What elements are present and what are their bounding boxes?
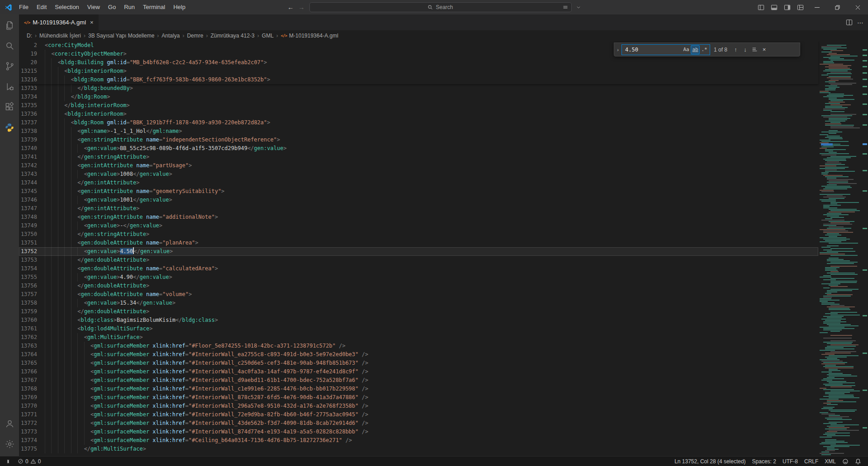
code-row[interactable]: 13761<bldg:lod4MultiSurface>	[19, 325, 818, 333]
code-row[interactable]: 13759</gen:doubleAttribute>	[19, 307, 818, 316]
breadcrumb-file[interactable]: </>M-101919364-A.gml	[280, 33, 339, 39]
activity-run-debug-button[interactable]	[0, 76, 19, 97]
code-row[interactable]: 13755<gen:value>4.90</gen:value>	[19, 273, 818, 282]
code-row[interactable]: 13740<gen:value>BB_55c25c98-089b-4f6d-a1…	[19, 144, 818, 153]
menu-view[interactable]: View	[83, 0, 104, 14]
code-row[interactable]: 13767<gml:surfaceMember xlink:href="#Int…	[19, 376, 818, 385]
code-row[interactable]: 13751<gen:doubleAttribute name="planArea…	[19, 239, 818, 247]
breadcrumb-item[interactable]: Antalya	[161, 33, 180, 39]
more-actions-button[interactable]: ⋯	[857, 19, 863, 26]
code-row[interactable]: 13766<gml:surfaceMember xlink:href="#Int…	[19, 367, 818, 376]
chevron-down-icon[interactable]	[576, 5, 581, 9]
code-row[interactable]: 13735</bldg:interiorRoom>	[19, 101, 818, 110]
code-row[interactable]: 13744</gen:intAttribute>	[19, 179, 818, 187]
code-row[interactable]: 13215<bldg:interiorRoom>	[19, 67, 818, 75]
code-row[interactable]: 13775</gml:MultiSurface>	[19, 445, 818, 453]
notifications-bell-button[interactable]	[852, 457, 864, 466]
code-row[interactable]: 13750</gen:stringAttribute>	[19, 230, 818, 239]
code-row[interactable]: 13758<gen:value>15.34</gen:value>	[19, 299, 818, 307]
code-row[interactable]: 13736<bldg:interiorRoom>	[19, 110, 818, 118]
breadcrumb-item[interactable]: Zümrütkaya 412-3	[209, 33, 255, 39]
language-mode[interactable]: XML	[821, 457, 839, 466]
code-row[interactable]: 13743<gen:value>1008</gen:value>	[19, 170, 818, 179]
code-row[interactable]: 13737<bldg:Room gml:id="BBK_1291b7ff-187…	[19, 118, 818, 127]
encoding-setting[interactable]: UTF-8	[779, 457, 801, 466]
customize-layout-button[interactable]	[794, 0, 807, 14]
toggle-primary-sidebar-button[interactable]	[754, 0, 768, 14]
navigate-back-button[interactable]: ←	[288, 4, 294, 11]
toggle-secondary-sidebar-button[interactable]	[781, 0, 794, 14]
code-row[interactable]: 13753</gen:doubleAttribute>	[19, 256, 818, 264]
activity-search-button[interactable]	[0, 36, 19, 56]
code-row[interactable]: 13745<gen:intAttribute name="geometrySui…	[19, 187, 818, 196]
breadcrumb-item[interactable]: Demre	[186, 33, 204, 39]
menu-selection[interactable]: Selection	[51, 0, 83, 14]
code-row[interactable]: 13746<gen:value>1001</gen:value>	[19, 196, 818, 204]
toggle-replace-chevron-icon[interactable]: ›	[614, 43, 621, 56]
code-row[interactable]: 13773<gml:surfaceMember xlink:href="#Int…	[19, 428, 818, 436]
code-row[interactable]: 13765<gml:surfaceMember xlink:href="#Int…	[19, 359, 818, 367]
minimap[interactable]	[818, 41, 862, 456]
code-row[interactable]: 13752<gen:value>4.50</gen:value>	[19, 247, 818, 256]
indentation-setting[interactable]: Spaces: 2	[749, 457, 779, 466]
close-window-button[interactable]	[848, 0, 868, 14]
breadcrumb-item[interactable]: Mühendislik İşleri	[38, 33, 82, 39]
activity-python-extension-button[interactable]	[0, 117, 19, 137]
overview-ruler[interactable]	[862, 41, 868, 456]
code-row[interactable]: 13756</gen:doubleAttribute>	[19, 282, 818, 290]
code-row[interactable]: 13747</gen:intAttribute>	[19, 204, 818, 213]
accounts-button[interactable]	[0, 414, 19, 434]
code-row[interactable]: 13749<gen:value>-</gen:value>	[19, 221, 818, 230]
problems-indicator[interactable]: 0 0	[14, 457, 44, 466]
menu-terminal[interactable]: Terminal	[139, 0, 169, 14]
find-previous-button[interactable]: ↑	[731, 45, 740, 55]
code-row[interactable]: 13768<gml:surfaceMember xlink:href="#Int…	[19, 385, 818, 393]
code-row[interactable]: 13762<gml:MultiSurface>	[19, 333, 818, 342]
code-row[interactable]: 20<bldg:Building gml:id="MB_b4bf62e8-c2c…	[19, 58, 818, 67]
command-center-search[interactable]: Search	[309, 2, 572, 12]
code-row[interactable]: 13733</bldg:boundedBy>	[19, 84, 818, 93]
command-center-options-icon[interactable]	[563, 5, 568, 10]
code-row[interactable]: 13741</gen:stringAttribute>	[19, 153, 818, 161]
eol-setting[interactable]: CRLF	[801, 457, 821, 466]
find-input[interactable]: 4.50 Aa ab .*	[621, 44, 710, 55]
navigate-forward-button[interactable]: →	[299, 4, 305, 11]
find-in-selection-button[interactable]	[750, 45, 759, 55]
activity-explorer-button[interactable]	[0, 15, 19, 36]
find-next-button[interactable]: ↓	[740, 45, 750, 55]
cursor-position[interactable]: Ln 13752, Col 28 (4 selected)	[671, 457, 749, 466]
minimize-button[interactable]	[807, 0, 827, 14]
menu-edit[interactable]: Edit	[33, 0, 51, 14]
editor[interactable]: 2<core:CityModel19<core:cityObjectMember…	[19, 41, 868, 456]
breadcrumb-item[interactable]: GML	[261, 33, 275, 39]
menu-help[interactable]: Help	[169, 0, 190, 14]
activity-extensions-button[interactable]	[0, 97, 19, 117]
code-row[interactable]: 13754<gen:doubleAttribute name="calculat…	[19, 264, 818, 273]
settings-button[interactable]	[0, 434, 19, 454]
code-row[interactable]: 13774<gml:surfaceMember xlink:href="#Cei…	[19, 436, 818, 445]
code-row[interactable]: 13763<gml:surfaceMember xlink:href="#Flo…	[19, 342, 818, 350]
tab-close-button[interactable]: ×	[89, 19, 95, 26]
code-row[interactable]: 13734</bldg:Room>	[19, 93, 818, 101]
tab-active[interactable]: </> M-101919364-A.gml ×	[19, 14, 99, 30]
split-editor-button[interactable]	[846, 19, 853, 26]
menu-go[interactable]: Go	[104, 0, 120, 14]
whole-word-toggle[interactable]: ab	[691, 45, 700, 54]
breadcrumb-item[interactable]: 3B Sayısal Yapı Modelleme	[87, 33, 155, 39]
match-case-toggle[interactable]: Aa	[682, 45, 691, 54]
feedback-button[interactable]	[839, 457, 852, 466]
restore-window-button[interactable]	[827, 0, 848, 14]
menu-file[interactable]: File	[15, 0, 33, 14]
code-row[interactable]: 13772<gml:surfaceMember xlink:href="#Int…	[19, 419, 818, 428]
code-row[interactable]: 13739<gen:stringAttribute name="independ…	[19, 136, 818, 144]
code-row[interactable]: 13760<bldg:class>BagimsizBolumKisim</bld…	[19, 316, 818, 325]
menu-run[interactable]: Run	[120, 0, 139, 14]
code-row[interactable]: 13742<gen:intAttribute name="partUsage">	[19, 161, 818, 170]
code-row[interactable]: 13216<bldg:Room gml:id="BBK_fcf763f9-583…	[19, 75, 818, 84]
code-row[interactable]: 13771<gml:surfaceMember xlink:href="#Int…	[19, 410, 818, 419]
code-row[interactable]: 13748<gen:stringAttribute name="addition…	[19, 213, 818, 221]
breadcrumb-item[interactable]: D:	[26, 33, 33, 39]
code-row[interactable]: 13738<gml:name>-1_-1_1_Hol</gml:name>	[19, 127, 818, 136]
remote-indicator[interactable]	[2, 457, 14, 466]
code-row[interactable]: 13764<gml:surfaceMember xlink:href="#Int…	[19, 350, 818, 359]
